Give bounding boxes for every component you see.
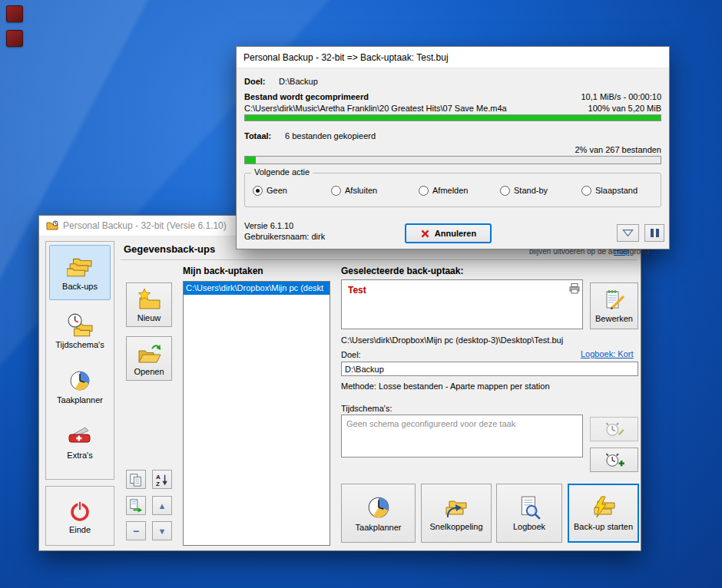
- start-backup-label: Back-up starten: [574, 522, 633, 531]
- taskplanner-button[interactable]: Taakplanner: [341, 484, 416, 543]
- edit-task-button[interactable]: Bewerken: [590, 282, 638, 329]
- progress-window-title: Personal Backup - 32-bit => Back-uptaak:…: [243, 52, 449, 63]
- total-label: Totaal:: [244, 131, 271, 140]
- export-icon: [129, 499, 143, 513]
- folders-stack-icon: [67, 255, 93, 279]
- page-title: Gegevensback-ups: [124, 243, 215, 255]
- sidebar-item-label: Einde: [69, 525, 91, 534]
- total-progress-text: 2% van 267 bestanden: [575, 145, 661, 154]
- progress-window-titlebar[interactable]: Personal Backup - 32-bit => Back-uptaak:…: [237, 47, 669, 68]
- sidebar-item-exit[interactable]: Einde: [49, 488, 111, 543]
- up-arrow-icon: ▲: [158, 501, 167, 510]
- clock-edit-icon: [604, 421, 624, 438]
- pause-button[interactable]: [644, 224, 664, 242]
- desktop: Personal Backup - 32-bit (Versie 6.1.10)…: [0, 0, 722, 588]
- task-name-box[interactable]: Test: [341, 279, 583, 329]
- move-up-button[interactable]: ▲: [152, 496, 172, 515]
- radio-option-afsluiten[interactable]: Afsluiten: [331, 184, 377, 197]
- svg-text:A: A: [156, 474, 161, 481]
- next-action-legend: Volgende actie: [251, 167, 313, 177]
- new-task-label: Nieuw: [137, 313, 161, 322]
- edit-task-label: Bewerken: [595, 314, 633, 323]
- minus-icon: −: [133, 525, 139, 537]
- shortcut-folder-icon: [443, 495, 469, 520]
- desktop-shortcut-icon[interactable]: [6, 30, 23, 47]
- version-text: Versie 6.1.10: [244, 221, 293, 230]
- logbook-button[interactable]: Logboek: [496, 484, 562, 543]
- progress-target-label: Doel:: [244, 77, 266, 86]
- folder-new-icon: [137, 288, 161, 311]
- edit-schedule-button[interactable]: [590, 417, 638, 441]
- export-task-button[interactable]: [126, 496, 146, 515]
- folder-open-icon: [137, 342, 161, 365]
- minimize-dropdown-button[interactable]: [617, 224, 639, 242]
- start-backup-button[interactable]: Back-up starten: [568, 484, 639, 543]
- total-progress-fill: [245, 157, 256, 164]
- selected-task-heading: Geselecteerde back-uptaak:: [341, 266, 463, 276]
- app-icon: [46, 220, 58, 232]
- task-file-path: C:\Users\dirk\Dropbox\Mijn pc (desktop-3…: [341, 335, 563, 345]
- target-input[interactable]: [341, 362, 638, 376]
- shortcut-button[interactable]: Snelkoppeling: [421, 484, 492, 543]
- target-label: Doel:: [341, 350, 361, 359]
- task-listbox[interactable]: C:\Users\dirk\Dropbox\Mijn pc (deskt: [183, 281, 330, 546]
- taskplanner-label: Taakplanner: [356, 523, 402, 532]
- total-progress-bar: [244, 156, 661, 164]
- move-down-button[interactable]: ▼: [152, 521, 172, 540]
- radio-label: Stand-by: [514, 186, 548, 195]
- sort-button[interactable]: AZ: [152, 470, 172, 489]
- notepad-edit-icon: [603, 289, 626, 312]
- radio-option-standby[interactable]: Stand-by: [500, 184, 548, 197]
- swiss-knife-icon: [67, 424, 93, 448]
- clock-pie-icon: [366, 494, 392, 520]
- main-window-title: Personal Backup - 32-bit (Versie 6.1.10): [63, 220, 227, 231]
- shortcut-label: Snelkoppeling: [429, 522, 482, 531]
- power-icon: [68, 498, 92, 523]
- copy-task-button[interactable]: [126, 470, 146, 489]
- radio-label: Afsluiten: [345, 186, 377, 195]
- radio-option-afmelden[interactable]: Afmelden: [419, 184, 468, 197]
- task-list-item[interactable]: C:\Users\dirk\Dropbox\Mijn pc (deskt: [184, 282, 330, 295]
- file-progress-text: 100% van 5,20 MiB: [588, 104, 661, 113]
- open-task-label: Openen: [134, 367, 164, 376]
- radio-circle: [331, 186, 341, 196]
- new-task-button[interactable]: Nieuw: [126, 282, 172, 327]
- clock-add-icon: [604, 451, 624, 468]
- task-name: Test: [348, 285, 366, 296]
- add-schedule-button[interactable]: [590, 448, 638, 472]
- radio-circle: [253, 186, 263, 196]
- chevron-down-icon: [621, 228, 634, 238]
- sidebar-item-schedules[interactable]: Tijdschema's: [49, 303, 111, 358]
- print-icon[interactable]: [569, 282, 580, 294]
- logbook-icon: [517, 495, 542, 520]
- progress-status-text: Bestand wordt gecomprimeerd: [244, 92, 369, 101]
- current-file-path: C:\Users\dirk\Music\Aretha Franklin\20 G…: [244, 104, 507, 113]
- down-arrow-icon: ▼: [158, 527, 167, 536]
- cancel-label: Annuleren: [435, 229, 476, 238]
- sidebar-item-extras[interactable]: Extra's: [49, 414, 111, 469]
- open-task-button[interactable]: Openen: [126, 336, 172, 381]
- remove-task-button[interactable]: −: [126, 521, 146, 540]
- pause-icon: [651, 229, 659, 237]
- file-progress-bar: [244, 114, 661, 121]
- sort-az-icon: AZ: [155, 473, 169, 487]
- radio-option-geen[interactable]: Geen: [253, 184, 287, 197]
- progress-target-value: D:\Backup: [279, 77, 318, 86]
- schedule-box[interactable]: Geen schema geconfigureerd voor deze taa…: [341, 415, 583, 458]
- radio-option-slaapstand[interactable]: Slaapstand: [581, 184, 638, 197]
- progress-window: Personal Backup - 32-bit => Back-uptaak:…: [236, 46, 670, 249]
- logbook-label: Logboek: [513, 522, 545, 531]
- sidebar-item-label: Back-ups: [62, 282, 98, 291]
- file-progress-fill: [245, 115, 661, 121]
- svg-text:Z: Z: [156, 481, 160, 487]
- logbook-link[interactable]: Logboek: Kort: [581, 349, 634, 358]
- radio-circle: [581, 186, 591, 196]
- sidebar-item-backups[interactable]: Back-ups: [49, 245, 111, 300]
- sidebar-item-label: Extra's: [67, 451, 92, 460]
- sidebar-nav: Back-ups Tijdschema's Taakplanner Extra'…: [45, 241, 114, 480]
- main-window: Personal Backup - 32-bit (Versie 6.1.10)…: [38, 215, 641, 551]
- header-divider: [121, 259, 637, 260]
- desktop-shortcut-icon[interactable]: [6, 5, 23, 22]
- sidebar-item-taskplanner[interactable]: Taakplanner: [49, 358, 111, 414]
- cancel-button[interactable]: Annuleren: [405, 223, 492, 243]
